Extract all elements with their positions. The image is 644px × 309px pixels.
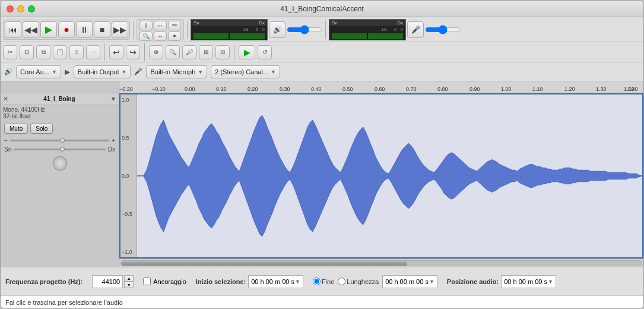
- mute-button[interactable]: Muto: [4, 124, 28, 134]
- output-meter: Sn Dx -18 -6 0: [191, 19, 268, 40]
- paste-tool[interactable]: 📋: [53, 45, 67, 59]
- ruler-mark-10: 0.80: [437, 86, 448, 92]
- solo-button[interactable]: Solo: [30, 124, 53, 134]
- mute-solo-controls: Muto Solo: [1, 121, 119, 136]
- output-device-selector[interactable]: Built-in Output ▼: [74, 65, 131, 78]
- arrow-right-icon: ▶: [65, 68, 70, 76]
- volume-slider[interactable]: [287, 25, 322, 34]
- inizio-time-input[interactable]: 00 h 00 m 00 s ▼: [248, 275, 303, 288]
- zoom-fit-button[interactable]: ⊟: [215, 45, 230, 59]
- close-button[interactable]: [7, 5, 14, 12]
- pan-control: Sn Dx: [1, 145, 119, 154]
- play-button[interactable]: ▶: [40, 21, 57, 38]
- dx-label: Dx: [108, 146, 115, 153]
- audio-host-selector[interactable]: Core Au... ▼: [16, 65, 61, 78]
- frequency-input[interactable]: [92, 275, 123, 288]
- fine-time-input[interactable]: 00 h 00 m 00 s ▼: [382, 275, 437, 288]
- pause-button[interactable]: ⏸: [76, 21, 93, 38]
- copy-tool[interactable]: ⧉: [36, 45, 50, 59]
- separator-3: [325, 21, 326, 39]
- ancoraggio-checkbox[interactable]: [143, 278, 151, 285]
- zoom-in-button[interactable]: 🔍: [166, 45, 180, 59]
- play-green-button[interactable]: ▶: [239, 45, 255, 59]
- inizio-time-arrow[interactable]: ▼: [295, 279, 300, 285]
- traffic-lights: [7, 5, 35, 12]
- bottom-bar: Frequenza progetto (Hz): ▲ ▼ Ancoraggio …: [1, 267, 643, 308]
- meter-out-0: 0: [262, 27, 265, 32]
- tool-row-2: 🔍 ↔ ✶: [139, 31, 181, 41]
- titlebar: 41_I_BoingComicalAccent: [1, 1, 643, 17]
- freq-up-button[interactable]: ▲: [124, 275, 134, 282]
- mic-icon[interactable]: 🎤: [407, 21, 424, 38]
- track-menu-icon[interactable]: ▼: [110, 96, 116, 102]
- posizione-time-arrow[interactable]: ▼: [548, 279, 553, 285]
- stop-button[interactable]: ■: [94, 21, 110, 38]
- meter-out-m18: -18: [242, 27, 249, 32]
- frequency-stepper[interactable]: ▲ ▼: [124, 275, 134, 288]
- silence-tool[interactable]: ✂: [3, 45, 17, 59]
- track-format: Mono, 44100Hz 32-bit float: [1, 105, 119, 121]
- input-meter-bars: [332, 33, 403, 39]
- ruler-mark-12: 1.00: [501, 86, 512, 92]
- bottom-controls: Frequenza progetto (Hz): ▲ ▼ Ancoraggio …: [1, 267, 643, 295]
- dx-label-in: Dx: [397, 20, 403, 26]
- ruler-mark-5: 0.30: [280, 86, 290, 92]
- pan-tool[interactable]: ↔: [154, 31, 167, 41]
- scale-top: 1.0: [122, 97, 135, 103]
- zoom-tool[interactable]: 🔍: [139, 31, 153, 41]
- main-window: 41_I_BoingComicalAccent ⏮ ◀◀ ▶ ● ⏸ ■ ▶▶ …: [0, 0, 644, 309]
- zoom-sel-button[interactable]: ⊞: [199, 45, 213, 59]
- freq-down-button[interactable]: ▼: [124, 282, 134, 288]
- gain-slider-thumb[interactable]: [60, 138, 65, 143]
- draw-tool[interactable]: ✏: [168, 21, 181, 30]
- select-tool[interactable]: ↔: [154, 21, 167, 30]
- waveform-canvas[interactable]: 1.0 0.5 0.0 −0.5 −1.0: [119, 93, 643, 258]
- undo-button[interactable]: ↩: [109, 45, 123, 59]
- volume-icon[interactable]: 🔊: [269, 21, 285, 38]
- input-slider[interactable]: [425, 25, 461, 34]
- scrollbar-thumb[interactable]: [121, 261, 407, 266]
- fine-time-arrow[interactable]: ▼: [429, 279, 434, 285]
- fine-radio[interactable]: [313, 278, 321, 285]
- redo-button[interactable]: ↪: [126, 45, 140, 59]
- audio-trim-tool[interactable]: ≡: [69, 45, 84, 59]
- fine-radio-label: Fine: [313, 278, 334, 285]
- minimize-button[interactable]: [17, 5, 24, 12]
- ruler-mark-15: 1.30: [596, 86, 607, 92]
- zoom-out-button[interactable]: 🔎: [182, 45, 196, 59]
- horizontal-scrollbar[interactable]: [119, 258, 643, 267]
- silence-insert-tool[interactable]: ⋯: [86, 45, 100, 59]
- dx-label-out: Dx: [259, 20, 265, 26]
- channel-selector[interactable]: 2 (Stereo) Canal... ▼: [211, 65, 280, 78]
- skip-forward-button[interactable]: ▶▶: [112, 21, 128, 38]
- ancoraggio-group: Ancoraggio: [143, 278, 186, 285]
- sync-button[interactable]: ⊕: [149, 45, 163, 59]
- input-meter: Sn Dx -18 -6 0: [329, 19, 406, 40]
- track-format-line1: Mono, 44100Hz: [3, 106, 116, 113]
- cursor-tool[interactable]: I: [139, 21, 153, 30]
- status-bar: Fai clic e trascina per selezionare l'au…: [1, 295, 643, 308]
- ruler-mark-17: 1.50: [624, 86, 635, 92]
- ruler-mark-9: 0.70: [406, 86, 417, 92]
- record-button[interactable]: ●: [58, 21, 75, 38]
- lunghezza-radio[interactable]: [338, 278, 345, 285]
- multi-tool[interactable]: ✶: [168, 31, 181, 41]
- trim-tool[interactable]: ⊡: [20, 45, 34, 59]
- pan-slider-track[interactable]: [14, 149, 106, 150]
- pan-slider-thumb[interactable]: [60, 147, 65, 152]
- chevron-down-icon-2: ▼: [122, 69, 127, 75]
- posizione-time-input[interactable]: 00 h 00 m 00 s ▼: [501, 275, 556, 288]
- skip-back-button[interactable]: ◀◀: [23, 21, 39, 38]
- meter-out-m6: -6: [254, 27, 258, 32]
- track-close-icon[interactable]: ✕: [3, 95, 8, 103]
- loop-button[interactable]: ↺: [258, 45, 272, 59]
- volume-knob[interactable]: [53, 156, 67, 171]
- gain-slider-track[interactable]: [10, 140, 109, 141]
- rewind-button[interactable]: ⏮: [5, 21, 21, 38]
- scale-bottom: −1.0: [122, 249, 135, 255]
- waveform-area[interactable]: 1.0 0.5 0.0 −0.5 −1.0: [119, 93, 643, 267]
- toolbar-transport: ⏮ ◀◀ ▶ ● ⏸ ■ ▶▶ I ↔ ✏ 🔍 ↔ ✶: [1, 17, 643, 42]
- maximize-button[interactable]: [28, 5, 35, 12]
- frequency-group: Frequenza progetto (Hz):: [5, 278, 83, 285]
- input-device-selector[interactable]: Built-in Microph ▼: [146, 65, 207, 78]
